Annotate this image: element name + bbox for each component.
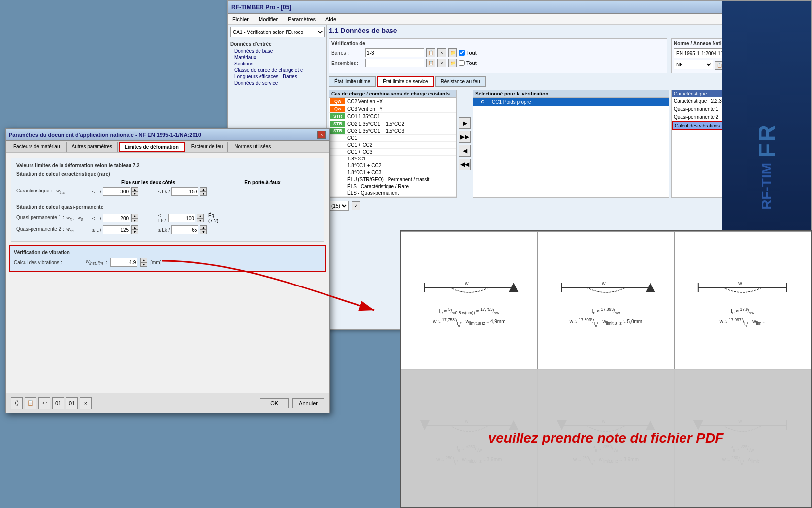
quasi1-col2-spin-up[interactable]: ▲ [197,214,204,218]
tab-normes-utilisees[interactable]: Normes utilisées [229,142,276,152]
cancel-button[interactable]: Annuler [292,398,324,408]
ok-button[interactable]: OK [260,398,289,408]
nav-materiaux[interactable]: Matériaux [230,54,325,61]
caract-col2-spin-down[interactable]: ▼ [200,191,207,196]
badge-empty-els-rare [330,186,345,187]
main-title: RF-TIMBER Pro - [05] [231,4,291,11]
caract-col1-spin-up[interactable]: ▲ [131,187,138,191]
charge-desc-18cc1cc3: 1.8°CC1 + CC3 [347,170,381,175]
tout-checkbox[interactable] [459,50,465,56]
barres-btn2[interactable]: × [437,48,446,57]
charge-row-co3[interactable]: STR CO3 1.35°CC1 + 1.5°CC3 [329,127,456,135]
pdf-note-text: veuillez prendre note du fichier PDF [488,429,724,447]
menu-fichier[interactable]: Fichier [230,15,251,23]
bottom-btn1[interactable]: ✓ [352,201,360,210]
vibration-section: Vérification de vibration Calcul des vib… [9,245,326,272]
quasi2-col2-spin-up[interactable]: ▲ [200,225,207,230]
ensembles-btn2[interactable]: × [437,59,446,67]
nf-icon-btn-2[interactable]: 📋 [25,397,36,409]
quasi2-col2-input[interactable] [171,225,198,234]
nav-classe-duree[interactable]: Classe de durée de charge et c [230,67,325,73]
nf-icon-btn-5[interactable]: 01 [66,397,78,409]
nf-icon-btn-1[interactable]: ⟨⟩ [11,397,23,409]
table-headers: Fixé sur les deux côtés En porte-à-faux [16,180,319,185]
tab-facteur-feu[interactable]: Facteur de feu [186,142,228,152]
vibration-unit: [mm] [150,260,161,265]
ensembles-tout-checkbox[interactable] [459,60,465,66]
badge-empty-elu [330,179,345,180]
charge-row-cc1cc2[interactable]: CC1 + CC2 [329,142,456,149]
charge-row-cc2[interactable]: Qw CC2 Vent en +X [329,98,456,105]
barres-btn1[interactable]: 📋 [426,48,435,57]
arrow-left-single[interactable]: ◀ [459,145,471,157]
quasi1-col1-spin-up[interactable]: ▲ [131,214,138,218]
charge-row-co1[interactable]: STR CO1 1.35°CC1 [329,113,456,120]
ensembles-btn1[interactable]: 📋 [426,59,435,67]
vibration-label: Calcul des vibrations : [14,260,83,265]
caract-col2-spin-up[interactable]: ▲ [200,187,207,191]
pdf-cell-1: w fe ≈ 5/√(0,8·w(cm)) ≈ 17,753/√w w ≈ 17… [401,231,538,369]
badge-empty-els-quasi [330,193,345,194]
bottom-dropdown[interactable]: (15) [329,201,349,211]
barres-btn3[interactable]: 📁 [448,48,457,57]
svg-text:w: w [464,281,469,286]
charge-row-18cc1cc3[interactable]: 1.8°CC1 + CC3 [329,169,456,176]
charge-row-cc3[interactable]: Qw CC3 Vent en +Y [329,105,456,113]
arrow-left-double[interactable]: ◀◀ [459,159,471,170]
tab-limites-deformation[interactable]: Limites de déformation [119,142,185,152]
caract-col2-prefix: ≤ Lk / [158,189,170,194]
charge-row-els-quasi[interactable]: ÉLS - Quasi-permanent [329,190,456,197]
quasi2-col1-spin-up[interactable]: ▲ [131,225,138,230]
selected-row-cc1[interactable]: G CC1 Poids propre [473,98,669,106]
charge-row-cc1cc3[interactable]: CC1 + CC3 [329,149,456,156]
nav-longueurs[interactable]: Longueurs efficaces - Barres [230,73,325,80]
nf-icon-btn-4[interactable]: 01 [52,397,64,409]
tab-facteurs-materiau[interactable]: Facteurs de matériau [8,142,65,152]
nav-donnees-base[interactable]: Données de base [230,48,325,54]
ca-dropdown[interactable]: CA1 - Vérification selon l'Euroco [230,27,325,37]
barres-input[interactable] [365,48,424,57]
quasi2-col2-prefix: ≤ Lk / [158,227,170,233]
menu-parametres[interactable]: Paramètres [286,15,318,23]
charge-row-elu[interactable]: ÉLU (STR/GEO) - Permanent / transit [329,176,456,183]
charge-row-18cc1[interactable]: 1.8°CC1 [329,156,456,162]
tab-etat-limite-service[interactable]: État limite de service [377,76,434,87]
quasi2-label: Quasi-permanente 2 : wfin [16,226,90,233]
quasi1-row: Quasi-permanente 1 : wfin - w0 ≤ L / ▲ ▼… [16,213,319,223]
vibration-spin-down[interactable]: ▼ [140,262,147,267]
nav-sections[interactable]: Sections [230,61,325,67]
arrow-right-double[interactable]: ▶▶ [459,131,471,143]
nf-icon-btn-3[interactable]: ↩ [38,397,50,409]
caract-col1-input[interactable] [103,187,130,196]
nf-dialog: Paramètres du document d'application nat… [5,128,330,413]
charge-row-cc1[interactable]: CC1 [329,135,456,142]
charge-row-18cc1cc2[interactable]: 1.8°CC1 + CC2 [329,162,456,169]
vibration-input[interactable] [110,258,137,267]
tout-checkbox-area: Tout [459,50,477,56]
caract-col2-input[interactable] [171,187,198,196]
nf-icon-btn-6[interactable]: × [80,397,92,409]
ensembles-btn3[interactable]: 📁 [448,59,457,67]
nf-close-button[interactable]: × [317,131,326,139]
caract-col1-spin-down[interactable]: ▼ [131,191,138,196]
quasi1-label-text: Quasi-permanente 1 : [16,215,64,220]
quasi1-col1-input[interactable] [103,214,130,222]
tab-autres-parametres[interactable]: Autres paramètres [66,142,118,152]
ensembles-input[interactable] [365,59,424,67]
tab-etat-limite-ultime[interactable]: État limite ultime [329,76,376,87]
charge-row-co2[interactable]: STR CO2 1.35°CC1 + 1.5°CC2 [329,120,456,127]
norm-dropdown2[interactable]: NF [674,60,713,69]
charge-row-els-rare[interactable]: ÉLS - Caractéristique / Rare [329,183,456,190]
vibration-spin-up[interactable]: ▲ [140,258,147,262]
quasi1-col2-spin-down[interactable]: ▼ [197,218,204,222]
nav-donnees-service[interactable]: Données de service [230,80,325,86]
quasi2-col1-spin-down[interactable]: ▼ [131,230,138,234]
menu-aide[interactable]: Aide [324,15,338,23]
arrow-right-single[interactable]: ▶ [459,117,471,129]
quasi1-col1-spin-down[interactable]: ▼ [131,218,138,222]
quasi1-col2-input[interactable] [168,214,195,222]
menu-modifier[interactable]: Modifier [257,15,280,23]
tab-resistance-feu[interactable]: Résistance au feu [435,76,486,87]
quasi2-col2-spin-down[interactable]: ▼ [200,230,207,234]
quasi2-col1-input[interactable] [103,225,130,234]
